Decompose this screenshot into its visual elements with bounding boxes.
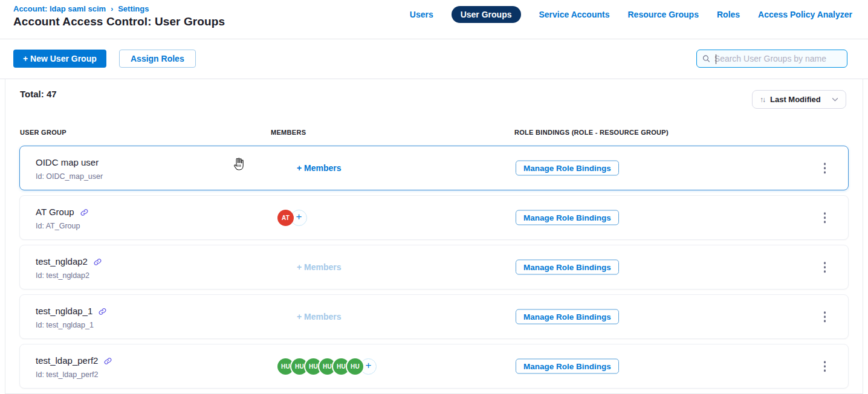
- page-header: Account: ldap saml scim › Settings Accou…: [0, 0, 868, 39]
- user-groups-panel: Total: 47 ↑↓ Last Modified USER GROUP ME…: [5, 79, 863, 394]
- top-nav: Users User Groups Service Accounts Resou…: [410, 0, 852, 29]
- table-row[interactable]: test_ngldap_1 Id: test_ngldap_1 + Member…: [19, 294, 849, 339]
- tab-access-policy-analyzer[interactable]: Access Policy Analyzer: [758, 10, 852, 19]
- sort-selected-value: Last Modified: [770, 95, 832, 104]
- table-row[interactable]: OIDC map user Id: OIDC_map_user + Member…: [19, 146, 849, 190]
- search-box[interactable]: [696, 50, 847, 68]
- user-group-list: OIDC map user Id: OIDC_map_user + Member…: [19, 146, 849, 393]
- search-icon: [702, 54, 710, 63]
- link-icon: [80, 208, 88, 216]
- breadcrumb-separator-icon: ›: [111, 5, 113, 13]
- table-row[interactable]: test_ldap_perf2 Id: test_ldap_perf2 HU H…: [19, 344, 849, 389]
- add-members-link[interactable]: + Members: [297, 312, 342, 321]
- user-group-name[interactable]: test_ngldap_1: [36, 306, 92, 316]
- user-groups-page: Account: ldap saml scim › Settings Accou…: [0, 0, 868, 394]
- text-caret: [716, 54, 716, 64]
- chevron-down-icon: [832, 97, 838, 102]
- table-row[interactable]: AT Group Id: AT_Group AT + Manage Role B…: [19, 195, 849, 240]
- row-menu-button[interactable]: [821, 308, 829, 326]
- tab-users[interactable]: Users: [410, 10, 433, 19]
- link-icon: [99, 308, 106, 315]
- members-cell: + Members: [277, 146, 416, 190]
- sort-arrows-icon: ↑↓: [760, 95, 765, 104]
- search-input[interactable]: [714, 54, 841, 63]
- table-row[interactable]: test_ngldap2 Id: test_ngldap2 + Members …: [19, 245, 849, 289]
- user-group-id: Id: OIDC_map_user: [36, 172, 103, 181]
- avatar: HU: [347, 358, 363, 375]
- row-menu-button[interactable]: [821, 159, 829, 177]
- user-group-name[interactable]: OIDC map user: [36, 157, 99, 167]
- user-group-id: Id: test_ldap_perf2: [36, 370, 99, 379]
- column-header-user-group: USER GROUP: [20, 129, 66, 136]
- tab-service-accounts[interactable]: Service Accounts: [539, 10, 610, 19]
- user-group-name[interactable]: test_ngldap2: [36, 256, 88, 266]
- manage-role-bindings-button[interactable]: Manage Role Bindings: [516, 210, 619, 225]
- tab-user-groups[interactable]: User Groups: [452, 6, 521, 23]
- user-group-id: Id: test_ngldap_1: [36, 321, 94, 329]
- members-cell: + Members: [277, 245, 416, 289]
- breadcrumb-account-link[interactable]: Account: ldap saml scim: [13, 4, 106, 13]
- page-title: Account Access Control: User Groups: [13, 15, 225, 28]
- user-group-name[interactable]: test_ldap_perf2: [36, 355, 98, 366]
- members-cell: + Members: [277, 295, 416, 338]
- row-menu-button[interactable]: [821, 258, 829, 276]
- breadcrumb: Account: ldap saml scim › Settings: [13, 4, 149, 13]
- total-count: Total: 47: [20, 89, 57, 99]
- toolbar: + New User Group Assign Roles: [0, 39, 868, 79]
- column-header-members: MEMBERS: [271, 129, 306, 136]
- avatar: AT: [277, 210, 294, 226]
- manage-role-bindings-button[interactable]: Manage Role Bindings: [516, 260, 619, 275]
- user-group-id: Id: AT_Group: [36, 222, 80, 230]
- tab-roles[interactable]: Roles: [717, 10, 740, 19]
- column-header-role-bindings: ROLE BINDINGS (ROLE - RESOURCE GROUP): [514, 129, 669, 136]
- add-members-link[interactable]: + Members: [297, 262, 342, 272]
- add-members-link[interactable]: + Members: [297, 163, 342, 173]
- members-cell: AT +: [277, 196, 416, 239]
- tab-resource-groups[interactable]: Resource Groups: [627, 10, 698, 19]
- link-icon: [104, 357, 112, 365]
- link-icon: [94, 258, 102, 266]
- breadcrumb-settings-link[interactable]: Settings: [118, 4, 149, 13]
- user-group-id: Id: test_ngldap2: [36, 271, 89, 280]
- manage-role-bindings-button[interactable]: Manage Role Bindings: [516, 161, 619, 176]
- row-menu-button[interactable]: [821, 357, 829, 375]
- sort-dropdown[interactable]: ↑↓ Last Modified: [752, 90, 846, 109]
- members-cell: HU HU HU HU HU HU +: [277, 344, 416, 388]
- user-group-name[interactable]: AT Group: [36, 207, 74, 217]
- manage-role-bindings-button[interactable]: Manage Role Bindings: [516, 359, 619, 374]
- row-menu-button[interactable]: [821, 208, 829, 227]
- new-user-group-button[interactable]: + New User Group: [13, 50, 106, 68]
- assign-roles-button[interactable]: Assign Roles: [119, 50, 196, 68]
- manage-role-bindings-button[interactable]: Manage Role Bindings: [516, 309, 619, 325]
